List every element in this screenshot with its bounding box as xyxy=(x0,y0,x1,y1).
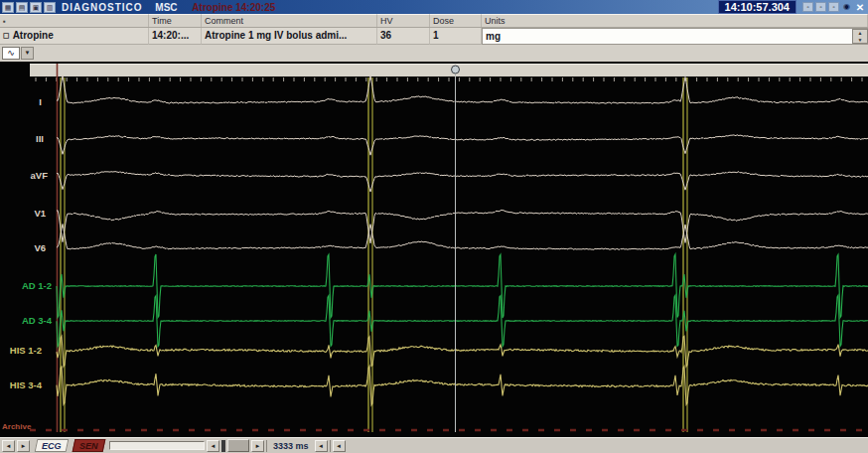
trace-i xyxy=(57,76,868,103)
waveform-mode-combo[interactable]: ∿ xyxy=(2,47,20,60)
page-back-button[interactable]: ◄ xyxy=(2,440,15,452)
event-hv-cell[interactable]: 36 xyxy=(377,28,430,45)
tab-sen[interactable]: SEN xyxy=(72,439,104,452)
title-bar: ▦ ▤ ▣ ▥ DIAGNOSTICO MSC Atropine 14:20:2… xyxy=(0,0,868,14)
trace-v1 xyxy=(57,210,868,242)
realtime-clock: 14:10:57.304 xyxy=(718,0,796,14)
column-header-dose[interactable]: Dose xyxy=(430,14,482,27)
lead-label-ad-3-4: AD 3-4 xyxy=(22,315,52,326)
event-comment-cell[interactable]: Atropine 1 mg IV bolus admi... xyxy=(202,28,377,45)
waveform-display[interactable]: Archive IIIIaVFV1V6AD 1-2AD 3-4HIS 1-2HI… xyxy=(0,62,868,437)
scrollbar-thumb[interactable] xyxy=(227,439,249,452)
column-header-hv[interactable]: HV xyxy=(377,14,430,27)
jump-start-button[interactable]: ◄ xyxy=(333,440,346,452)
app-menu-icon-2[interactable]: ▤ xyxy=(16,2,28,13)
window-title: DIAGNOSTICO MSC Atropine 14:20:25 xyxy=(62,2,275,13)
lead-label-v6: V6 xyxy=(34,242,46,253)
lead-label-iii: III xyxy=(36,133,44,144)
trace-ad-1-2 xyxy=(57,254,868,318)
event-units-field[interactable]: mg xyxy=(482,28,868,45)
event-time-cell[interactable]: 14:20:... xyxy=(149,28,202,45)
trace-iii xyxy=(57,135,868,155)
spinner-up-icon[interactable]: ▲ xyxy=(858,30,863,37)
trace-v6 xyxy=(57,225,868,250)
ruler-ticks xyxy=(36,77,862,81)
column-header-units[interactable]: Units xyxy=(482,14,868,27)
event-marker-icon: ◻ xyxy=(3,31,10,40)
event-dose-cell[interactable]: 1 xyxy=(430,28,482,45)
time-ruler[interactable] xyxy=(30,64,868,76)
column-header-marker[interactable]: ▪ xyxy=(0,14,149,27)
cursor-handle-icon[interactable] xyxy=(452,66,460,74)
lead-label-i: I xyxy=(39,96,42,107)
combo-dropdown-icon[interactable]: ▼ xyxy=(21,47,34,60)
event-name: Atropine xyxy=(13,30,54,41)
column-header-time[interactable]: Time xyxy=(149,14,202,27)
timeline-scrollbar-track[interactable] xyxy=(109,441,205,450)
event-table-header: ▪ Time Comment HV Dose Units xyxy=(0,14,868,28)
sweep-duration-label: 3333 ms xyxy=(269,441,313,451)
bottom-toolbar: ◄ ► ECG SEN ◄ ► 3333 ms ◄ ◄ xyxy=(0,437,868,453)
lead-label-avf: aVF xyxy=(31,170,48,181)
page-forward-button[interactable]: ► xyxy=(17,440,30,452)
column-header-comment[interactable]: Comment xyxy=(202,14,377,27)
event-row-atropine[interactable]: ◻Atropine 14:20:... Atropine 1 mg IV bol… xyxy=(0,28,868,45)
app-name: DIAGNOSTICO xyxy=(62,2,143,13)
tab-ecg[interactable]: ECG xyxy=(35,439,69,452)
spinner-down-icon[interactable]: ▼ xyxy=(858,37,863,44)
display-options-strip: ∿ ▼ xyxy=(0,45,868,62)
toolbar-divider xyxy=(266,440,267,452)
current-event-label: Atropine 14:20:25 xyxy=(192,2,275,13)
titlebar-button-3[interactable]: ▫ xyxy=(828,2,839,12)
trace-his-1-2 xyxy=(57,336,868,367)
event-name-cell[interactable]: ◻Atropine xyxy=(0,28,149,45)
scroll-position-marker xyxy=(221,440,225,452)
archive-label: Archive xyxy=(2,422,31,431)
titlebar-button-2[interactable]: ▫ xyxy=(815,2,826,12)
step-back-button[interactable]: ◄ xyxy=(207,440,219,452)
lead-label-ad-1-2: AD 1-2 xyxy=(22,280,52,291)
trace-ad-3-4 xyxy=(57,295,868,347)
app-menu-icon-4[interactable]: ▥ xyxy=(44,2,56,13)
close-icon[interactable]: ✕ xyxy=(854,2,866,13)
trace-his-3-4 xyxy=(57,366,868,405)
toolbar-divider-2 xyxy=(330,440,331,452)
marker-column-icon: ▪ xyxy=(3,17,6,26)
titlebar-button-1[interactable]: ▫ xyxy=(802,2,813,12)
app-menu-icon-3[interactable]: ▣ xyxy=(30,2,42,13)
event-list-spinner[interactable]: ▲ ▼ xyxy=(852,29,868,44)
step-forward-button[interactable]: ► xyxy=(251,440,264,452)
jump-back-button[interactable]: ◄ xyxy=(315,440,328,452)
lead-label-his-3-4: HIS 3-4 xyxy=(10,379,42,390)
record-indicator-icon: ◉ xyxy=(841,2,852,12)
mode-label: MSC xyxy=(155,2,177,13)
app-menu-icon-1[interactable]: ▦ xyxy=(2,2,14,13)
trace-avf xyxy=(57,172,868,193)
lead-label-his-1-2: HIS 1-2 xyxy=(10,345,42,356)
lead-label-v1: V1 xyxy=(34,208,46,219)
